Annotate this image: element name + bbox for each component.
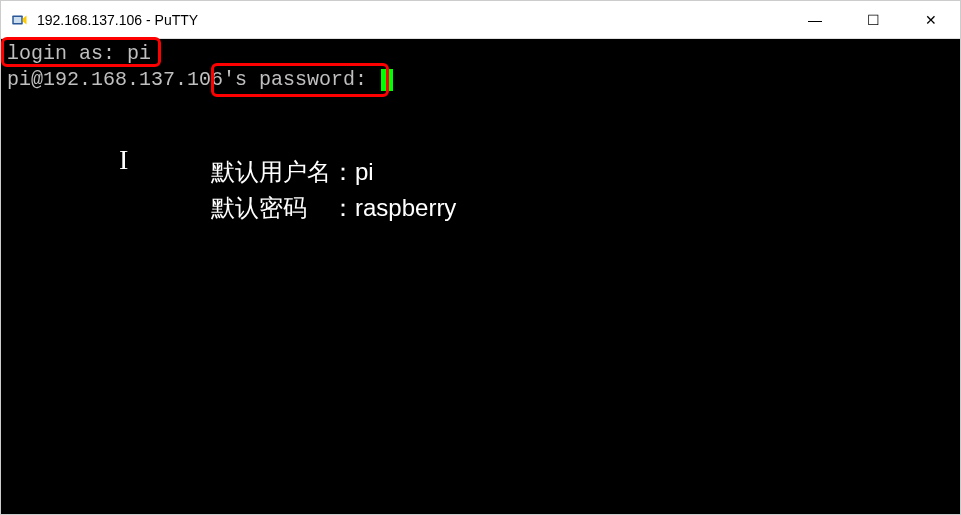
putty-window: 192.168.137.106 - PuTTY — ☐ ✕ login as: … [0, 0, 961, 515]
terminal-cursor [381, 69, 393, 91]
putty-icon [9, 10, 29, 30]
maximize-button[interactable]: ☐ [844, 1, 902, 38]
window-title: 192.168.137.106 - PuTTY [37, 12, 786, 28]
text-cursor-ibeam: I [119, 147, 128, 173]
close-icon: ✕ [925, 12, 937, 28]
annotation-password-value: raspberry [355, 194, 456, 221]
login-prompt: login as: [7, 42, 127, 65]
annotation-password-label: 默认密码 ： [211, 194, 355, 221]
annotation-username: 默认用户名：pi [211, 159, 374, 185]
close-button[interactable]: ✕ [902, 1, 960, 38]
annotation-username-label: 默认用户名： [211, 158, 355, 185]
login-input: pi [127, 42, 151, 65]
terminal-line-password: pi@192.168.137.106's password: [7, 67, 393, 93]
annotation-username-value: pi [355, 158, 374, 185]
host-prefix: pi@192.168.137.106's [7, 68, 259, 91]
minimize-button[interactable]: — [786, 1, 844, 38]
maximize-icon: ☐ [867, 12, 880, 28]
password-prompt: password: [259, 68, 379, 91]
svg-rect-1 [14, 17, 22, 23]
minimize-icon: — [808, 12, 822, 28]
annotation-password: 默认密码 ：raspberry [211, 195, 456, 221]
terminal-area[interactable]: login as: pi pi@192.168.137.106's passwo… [1, 39, 960, 514]
terminal-line-login: login as: pi [7, 41, 151, 67]
titlebar[interactable]: 192.168.137.106 - PuTTY — ☐ ✕ [1, 1, 960, 39]
window-controls: — ☐ ✕ [786, 1, 960, 38]
